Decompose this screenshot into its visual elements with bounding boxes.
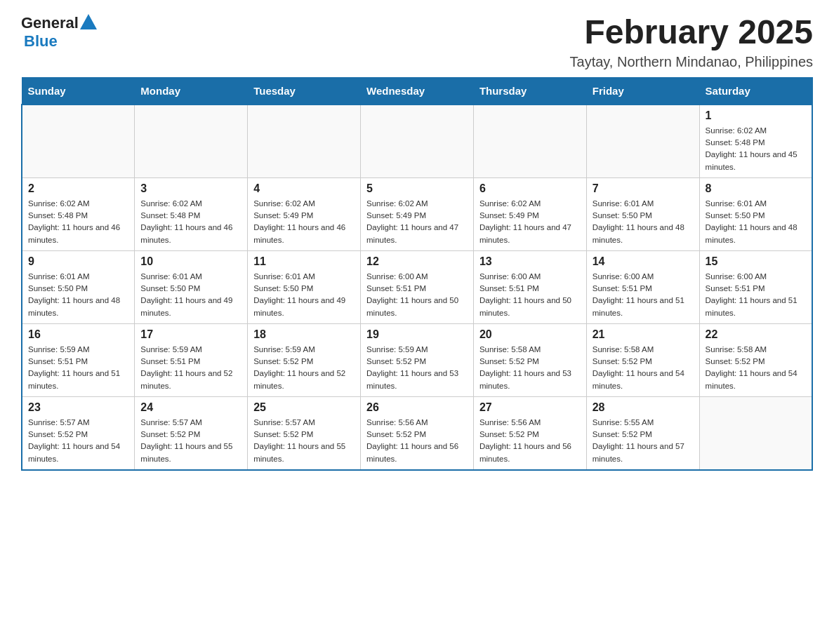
- day-info: Sunrise: 6:02 AMSunset: 5:49 PMDaylight:…: [479, 198, 581, 246]
- calendar-week-row: 16Sunrise: 5:59 AMSunset: 5:51 PMDayligh…: [22, 323, 812, 396]
- calendar-cell: [473, 105, 586, 178]
- page-subtitle: Taytay, Northern Mindanao, Philippines: [570, 54, 813, 70]
- day-number: 24: [140, 401, 241, 414]
- day-info: Sunrise: 6:02 AMSunset: 5:49 PMDaylight:…: [366, 198, 468, 246]
- day-number: 11: [253, 255, 355, 268]
- calendar-cell: [135, 105, 248, 178]
- calendar-cell: 25Sunrise: 5:57 AMSunset: 5:52 PMDayligh…: [248, 396, 361, 470]
- calendar-cell: 17Sunrise: 5:59 AMSunset: 5:51 PMDayligh…: [135, 323, 248, 396]
- day-info: Sunrise: 6:01 AMSunset: 5:50 PMDaylight:…: [253, 271, 355, 319]
- day-number: 25: [253, 401, 355, 414]
- calendar-cell: 1Sunrise: 6:02 AMSunset: 5:48 PMDaylight…: [699, 105, 812, 178]
- logo-text-general: General: [21, 14, 79, 32]
- day-of-week-header: Saturday: [699, 77, 812, 105]
- day-number: 5: [366, 182, 468, 195]
- day-number: 1: [706, 109, 806, 122]
- day-info: Sunrise: 6:01 AMSunset: 5:50 PMDaylight:…: [593, 198, 694, 246]
- day-info: Sunrise: 5:59 AMSunset: 5:52 PMDaylight:…: [253, 344, 355, 392]
- day-of-week-header: Wednesday: [361, 77, 474, 105]
- calendar-cell: 10Sunrise: 6:01 AMSunset: 5:50 PMDayligh…: [135, 250, 248, 323]
- day-info: Sunrise: 5:59 AMSunset: 5:51 PMDaylight:…: [28, 344, 128, 392]
- day-number: 20: [479, 328, 581, 341]
- day-number: 18: [253, 328, 355, 341]
- day-info: Sunrise: 6:00 AMSunset: 5:51 PMDaylight:…: [366, 271, 468, 319]
- calendar-cell: 12Sunrise: 6:00 AMSunset: 5:51 PMDayligh…: [361, 250, 474, 323]
- day-number: 10: [140, 255, 241, 268]
- day-info: Sunrise: 5:58 AMSunset: 5:52 PMDaylight:…: [593, 344, 694, 392]
- day-number: 19: [366, 328, 468, 341]
- day-number: 26: [366, 401, 468, 414]
- calendar-cell: 27Sunrise: 5:56 AMSunset: 5:52 PMDayligh…: [473, 396, 586, 470]
- logo-triangle-icon: [80, 14, 97, 29]
- day-info: Sunrise: 5:56 AMSunset: 5:52 PMDaylight:…: [479, 417, 581, 465]
- day-info: Sunrise: 6:00 AMSunset: 5:51 PMDaylight:…: [479, 271, 581, 319]
- calendar-week-row: 1Sunrise: 6:02 AMSunset: 5:48 PMDaylight…: [22, 105, 812, 178]
- day-number: 14: [593, 255, 694, 268]
- day-number: 3: [140, 182, 241, 195]
- calendar-cell: 22Sunrise: 5:58 AMSunset: 5:52 PMDayligh…: [699, 323, 812, 396]
- day-info: Sunrise: 5:59 AMSunset: 5:51 PMDaylight:…: [140, 344, 241, 392]
- day-number: 21: [593, 328, 694, 341]
- day-number: 13: [479, 255, 581, 268]
- day-number: 9: [28, 255, 128, 268]
- day-info: Sunrise: 6:02 AMSunset: 5:49 PMDaylight:…: [253, 198, 355, 246]
- day-of-week-header: Tuesday: [248, 77, 361, 105]
- day-number: 4: [253, 182, 355, 195]
- page-header: General Blue February 2025 Taytay, North…: [21, 14, 813, 70]
- day-info: Sunrise: 6:01 AMSunset: 5:50 PMDaylight:…: [706, 198, 806, 246]
- day-number: 17: [140, 328, 241, 341]
- calendar-cell: 19Sunrise: 5:59 AMSunset: 5:52 PMDayligh…: [361, 323, 474, 396]
- day-info: Sunrise: 5:55 AMSunset: 5:52 PMDaylight:…: [593, 417, 694, 465]
- calendar-cell: 9Sunrise: 6:01 AMSunset: 5:50 PMDaylight…: [22, 250, 135, 323]
- calendar-cell: 14Sunrise: 6:00 AMSunset: 5:51 PMDayligh…: [586, 250, 699, 323]
- day-info: Sunrise: 5:57 AMSunset: 5:52 PMDaylight:…: [28, 417, 128, 465]
- calendar-week-row: 9Sunrise: 6:01 AMSunset: 5:50 PMDaylight…: [22, 250, 812, 323]
- calendar-cell: 28Sunrise: 5:55 AMSunset: 5:52 PMDayligh…: [586, 396, 699, 470]
- calendar-cell: 16Sunrise: 5:59 AMSunset: 5:51 PMDayligh…: [22, 323, 135, 396]
- day-number: 16: [28, 328, 128, 341]
- calendar-cell: 15Sunrise: 6:00 AMSunset: 5:51 PMDayligh…: [699, 250, 812, 323]
- days-of-week-row: SundayMondayTuesdayWednesdayThursdayFrid…: [22, 77, 812, 105]
- calendar-table: SundayMondayTuesdayWednesdayThursdayFrid…: [21, 77, 813, 471]
- day-number: 15: [706, 255, 806, 268]
- calendar-cell: 7Sunrise: 6:01 AMSunset: 5:50 PMDaylight…: [586, 177, 699, 250]
- day-of-week-header: Monday: [135, 77, 248, 105]
- day-info: Sunrise: 6:00 AMSunset: 5:51 PMDaylight:…: [706, 271, 806, 319]
- day-number: 23: [28, 401, 128, 414]
- calendar-cell: 21Sunrise: 5:58 AMSunset: 5:52 PMDayligh…: [586, 323, 699, 396]
- calendar-cell: 5Sunrise: 6:02 AMSunset: 5:49 PMDaylight…: [361, 177, 474, 250]
- day-number: 6: [479, 182, 581, 195]
- calendar-cell: 18Sunrise: 5:59 AMSunset: 5:52 PMDayligh…: [248, 323, 361, 396]
- day-info: Sunrise: 5:58 AMSunset: 5:52 PMDaylight:…: [479, 344, 581, 392]
- calendar-body: 1Sunrise: 6:02 AMSunset: 5:48 PMDaylight…: [22, 105, 812, 470]
- day-info: Sunrise: 5:59 AMSunset: 5:52 PMDaylight:…: [366, 344, 468, 392]
- calendar-cell: 11Sunrise: 6:01 AMSunset: 5:50 PMDayligh…: [248, 250, 361, 323]
- calendar-cell: 24Sunrise: 5:57 AMSunset: 5:52 PMDayligh…: [135, 396, 248, 470]
- calendar-header: SundayMondayTuesdayWednesdayThursdayFrid…: [22, 77, 812, 105]
- day-of-week-header: Sunday: [22, 77, 135, 105]
- calendar-cell: [586, 105, 699, 178]
- logo-text-blue: Blue: [24, 32, 58, 50]
- calendar-week-row: 2Sunrise: 6:02 AMSunset: 5:48 PMDaylight…: [22, 177, 812, 250]
- calendar-cell: 3Sunrise: 6:02 AMSunset: 5:48 PMDaylight…: [135, 177, 248, 250]
- day-of-week-header: Thursday: [473, 77, 586, 105]
- calendar-cell: 2Sunrise: 6:02 AMSunset: 5:48 PMDaylight…: [22, 177, 135, 250]
- day-info: Sunrise: 6:01 AMSunset: 5:50 PMDaylight:…: [28, 271, 128, 319]
- day-info: Sunrise: 6:00 AMSunset: 5:51 PMDaylight:…: [593, 271, 694, 319]
- day-info: Sunrise: 5:57 AMSunset: 5:52 PMDaylight:…: [140, 417, 241, 465]
- calendar-cell: 6Sunrise: 6:02 AMSunset: 5:49 PMDaylight…: [473, 177, 586, 250]
- day-number: 28: [593, 401, 694, 414]
- day-of-week-header: Friday: [586, 77, 699, 105]
- title-block: February 2025 Taytay, Northern Mindanao,…: [570, 14, 813, 70]
- day-number: 12: [366, 255, 468, 268]
- day-info: Sunrise: 6:02 AMSunset: 5:48 PMDaylight:…: [706, 125, 806, 173]
- calendar-cell: [248, 105, 361, 178]
- calendar-cell: [361, 105, 474, 178]
- day-number: 22: [706, 328, 806, 341]
- calendar-cell: 20Sunrise: 5:58 AMSunset: 5:52 PMDayligh…: [473, 323, 586, 396]
- calendar-cell: 13Sunrise: 6:00 AMSunset: 5:51 PMDayligh…: [473, 250, 586, 323]
- day-info: Sunrise: 6:02 AMSunset: 5:48 PMDaylight:…: [140, 198, 241, 246]
- day-number: 8: [706, 182, 806, 195]
- day-info: Sunrise: 5:56 AMSunset: 5:52 PMDaylight:…: [366, 417, 468, 465]
- page-title: February 2025: [570, 14, 813, 51]
